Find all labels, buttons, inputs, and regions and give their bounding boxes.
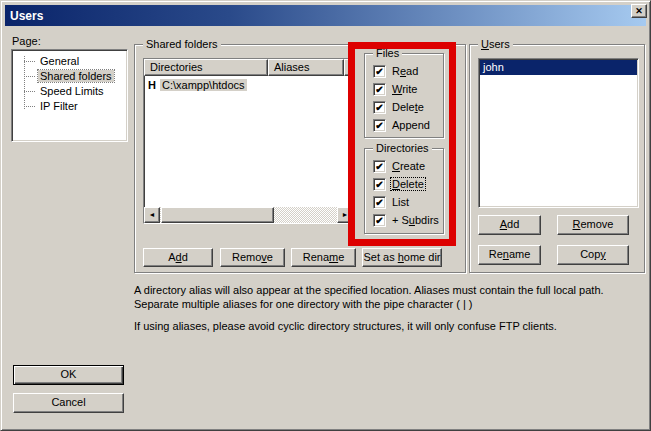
home-flag: H bbox=[148, 79, 160, 91]
checkbox-list[interactable]: ✔ List bbox=[365, 193, 443, 211]
files-permissions-group: Files ✔ Read ✔ Write ✔ Delete ✔ Append bbox=[364, 53, 444, 138]
scroll-left-icon[interactable]: ◄ bbox=[144, 207, 160, 223]
page-item-speed-limits[interactable]: Speed Limits bbox=[15, 84, 124, 99]
checkbox-read[interactable]: ✔ Read bbox=[365, 62, 443, 80]
alias-help-paragraph-1: A directory alias will also appear at th… bbox=[134, 283, 648, 311]
page-list[interactable]: General Shared folders Speed Limits IP F… bbox=[11, 49, 128, 142]
checkbox-create[interactable]: ✔ Create bbox=[365, 157, 443, 175]
alias-help-text: A directory alias will also appear at th… bbox=[134, 283, 648, 333]
users-list[interactable]: john bbox=[478, 58, 639, 208]
scrollbar-thumb[interactable] bbox=[161, 207, 274, 223]
checkbox-checked-icon[interactable]: ✔ bbox=[373, 214, 386, 227]
horizontal-scrollbar[interactable]: ◄ ► bbox=[144, 207, 353, 223]
directories-table[interactable]: Directories Aliases H C:\xampp\htdocs ◄ … bbox=[143, 58, 354, 224]
user-rename-button[interactable]: Rename bbox=[478, 245, 541, 265]
sf-rename-button[interactable]: Rename bbox=[291, 248, 356, 267]
close-icon[interactable]: ✕ bbox=[631, 4, 647, 18]
checkbox-checked-icon[interactable]: ✔ bbox=[373, 101, 386, 114]
page-item-shared-folders[interactable]: Shared folders bbox=[15, 69, 124, 84]
users-group: Users john Add Remove Rename Copy bbox=[469, 44, 645, 273]
directory-path: C:\xampp\htdocs bbox=[160, 79, 247, 91]
column-header-filler bbox=[344, 59, 353, 76]
directories-legend: Directories bbox=[373, 142, 432, 154]
set-as-home-dir-button[interactable]: Set as home dir bbox=[362, 248, 442, 267]
user-copy-button[interactable]: Copy bbox=[557, 245, 629, 265]
checkbox-checked-icon[interactable]: ✔ bbox=[373, 65, 386, 78]
ok-button[interactable]: OK bbox=[13, 365, 124, 385]
shared-folders-legend: Shared folders bbox=[143, 38, 221, 50]
checkbox-append[interactable]: ✔ Append bbox=[365, 116, 443, 134]
window-title: Users bbox=[10, 9, 43, 23]
checkbox-delete-dirs[interactable]: ✔ Delete bbox=[365, 175, 443, 193]
page-item-general[interactable]: General bbox=[15, 54, 124, 69]
column-header-directories[interactable]: Directories bbox=[144, 59, 268, 76]
checkbox-write[interactable]: ✔ Write bbox=[365, 80, 443, 98]
sf-remove-button[interactable]: Remove bbox=[220, 248, 285, 267]
column-header-aliases[interactable]: Aliases bbox=[268, 59, 344, 76]
checkbox-checked-icon[interactable]: ✔ bbox=[373, 196, 386, 209]
users-legend: Users bbox=[478, 38, 513, 50]
page-item-ip-filter[interactable]: IP Filter bbox=[15, 99, 124, 114]
directories-permissions-group: Directories ✔ Create ✔ Delete ✔ List ✔ +… bbox=[364, 148, 444, 234]
table-row[interactable]: H C:\xampp\htdocs bbox=[144, 77, 353, 93]
page-label: Page: bbox=[12, 35, 41, 47]
checkbox-delete-files[interactable]: ✔ Delete bbox=[365, 98, 443, 116]
user-remove-button[interactable]: Remove bbox=[557, 215, 629, 235]
list-item-user[interactable]: john bbox=[480, 60, 637, 75]
files-legend: Files bbox=[373, 47, 402, 59]
users-dialog: Users ✕ Page: General Shared folders Spe… bbox=[0, 0, 651, 431]
checkbox-subdirs[interactable]: ✔ + Subdirs bbox=[365, 211, 443, 229]
scroll-right-icon[interactable]: ► bbox=[337, 207, 353, 223]
checkbox-checked-icon[interactable]: ✔ bbox=[373, 160, 386, 173]
checkbox-checked-icon[interactable]: ✔ bbox=[373, 119, 386, 132]
title-bar[interactable]: Users bbox=[5, 5, 646, 26]
sf-add-button[interactable]: Add bbox=[143, 248, 213, 267]
cancel-button[interactable]: Cancel bbox=[13, 393, 124, 413]
checkbox-checked-icon[interactable]: ✔ bbox=[373, 178, 386, 191]
user-add-button[interactable]: Add bbox=[478, 215, 541, 235]
checkbox-checked-icon[interactable]: ✔ bbox=[373, 83, 386, 96]
alias-help-paragraph-2: If using aliases, please avoid cyclic di… bbox=[134, 319, 648, 333]
